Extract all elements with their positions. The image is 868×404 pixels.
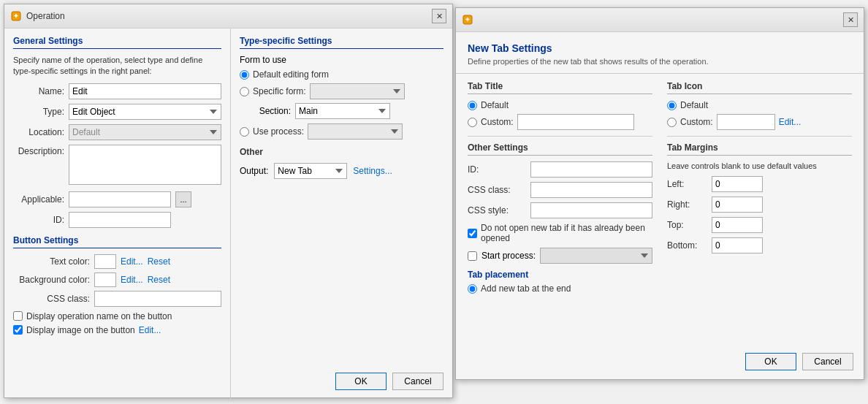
text-color-reset-button[interactable]: Reset — [148, 256, 170, 267]
do-not-open-checkbox[interactable] — [468, 229, 477, 238]
display-op-name-label: Display operation name on the button — [26, 311, 172, 321]
default-editing-form-radio[interactable] — [240, 70, 249, 80]
button-settings-title: Button Settings — [13, 235, 221, 248]
other-css-class-label: CSS class: — [468, 185, 526, 195]
tab-placement-title: Tab placement — [468, 270, 652, 280]
operation-ok-button[interactable]: OK — [335, 373, 387, 390]
settings-link-button[interactable]: Settings... — [353, 166, 392, 176]
add-new-tab-label: Add new tab at the end — [481, 283, 571, 294]
icon-custom-input[interactable] — [717, 114, 775, 130]
form-to-use-label: Form to use — [240, 55, 443, 65]
section-select[interactable]: Main — [295, 103, 390, 119]
output-label: Output: — [240, 166, 268, 176]
other-settings-section: Other Settings — [468, 142, 652, 156]
operation-titlebar: ✦ Operation ✕ — [4, 4, 452, 28]
start-process-checkbox[interactable] — [468, 251, 477, 261]
left-margin-input[interactable] — [712, 176, 763, 192]
use-process-radio[interactable] — [240, 127, 249, 137]
display-op-name-row: Display operation name on the button — [13, 311, 221, 321]
use-process-select[interactable] — [308, 123, 403, 140]
id-row: ID: — [13, 212, 221, 228]
icon-edit-button[interactable]: Edit... — [779, 117, 802, 127]
new-tab-titlebar: ✦ ✕ — [456, 8, 864, 32]
description-textarea[interactable] — [69, 145, 221, 185]
specific-form-select[interactable] — [310, 83, 405, 99]
bottom-margin-row: Bottom: — [667, 237, 852, 254]
display-op-name-checkbox[interactable] — [13, 311, 23, 321]
display-image-row: Display image on the button Edit... — [13, 325, 221, 335]
display-image-checkbox[interactable] — [13, 325, 23, 335]
tab-title-default-radio[interactable] — [468, 101, 477, 110]
tab-title-custom-row: Custom: — [468, 114, 652, 130]
close-button[interactable]: ✕ — [432, 9, 446, 23]
operation-title: Operation — [26, 11, 65, 21]
text-color-edit-button[interactable]: Edit... — [121, 256, 143, 267]
css-class-label: CSS class: — [13, 294, 90, 304]
use-process-label: Use process: — [253, 126, 304, 137]
do-not-open-row: Do not open new tab if it has already be… — [468, 223, 652, 243]
top-margin-input[interactable] — [712, 217, 763, 233]
new-tab-desc: Define properties of the new tab that sh… — [468, 57, 852, 66]
name-row: Name: — [13, 83, 221, 99]
type-row: Type: Edit Object — [13, 104, 221, 120]
description-label: Description: — [13, 145, 64, 187]
start-process-select[interactable] — [540, 248, 652, 264]
output-row: Output: New Tab Settings... — [240, 163, 443, 179]
new-tab-cancel-button[interactable]: Cancel — [802, 353, 853, 370]
icon-custom-label: Custom: — [680, 117, 713, 127]
icon-default-row: Default — [667, 100, 852, 110]
display-image-label: Display image on the button — [26, 325, 135, 335]
css-class-input[interactable] — [94, 291, 221, 307]
do-not-open-label: Do not open new tab if it has already be… — [481, 223, 652, 243]
tab-title-default-label: Default — [481, 100, 509, 110]
type-select[interactable]: Edit Object — [69, 104, 221, 120]
right-margin-input[interactable] — [712, 197, 763, 213]
location-row: Location: Default — [13, 124, 221, 140]
icon-default-radio[interactable] — [667, 101, 677, 110]
bg-color-edit-button[interactable]: Edit... — [121, 275, 143, 285]
id-label: ID: — [13, 215, 64, 225]
applicable-input[interactable] — [69, 191, 171, 207]
top-margin-label: Top: — [667, 220, 707, 230]
location-label: Location: — [13, 127, 64, 137]
description-container: Description: — [13, 145, 221, 187]
tab-title-default-row: Default — [468, 100, 652, 110]
bottom-margin-input[interactable] — [712, 237, 763, 254]
section-row: Section: Main — [240, 103, 443, 119]
applicable-dots-button[interactable]: ... — [175, 191, 191, 207]
other-id-input[interactable] — [530, 161, 652, 178]
start-process-row: Start process: — [468, 248, 652, 264]
bg-color-box — [94, 272, 116, 287]
bg-color-row: Background color: Edit... Reset — [13, 272, 221, 287]
specific-form-radio[interactable] — [240, 87, 249, 96]
location-select[interactable]: Default — [69, 124, 221, 140]
type-specific-title: Type-specific Settings — [240, 36, 443, 49]
other-css-class-input[interactable] — [530, 182, 652, 198]
id-input[interactable] — [69, 212, 171, 228]
tab-title-custom-radio[interactable] — [468, 118, 477, 127]
new-tab-ok-button[interactable]: OK — [745, 353, 796, 370]
name-input[interactable] — [69, 83, 221, 99]
tab-title-custom-input[interactable] — [517, 114, 634, 130]
left-column: Tab Title Default Custom: Other Settings… — [468, 81, 652, 297]
left-margin-label: Left: — [667, 179, 707, 189]
new-tab-close-button[interactable]: ✕ — [843, 12, 858, 27]
new-tab-title: New Tab Settings — [468, 42, 852, 54]
hint-text: Leave controls blank to use default valu… — [667, 161, 852, 170]
other-css-class-row: CSS class: — [468, 182, 652, 198]
add-new-tab-radio[interactable] — [468, 284, 477, 294]
bg-color-label: Background color: — [13, 275, 90, 285]
display-image-edit-button[interactable]: Edit... — [139, 325, 161, 335]
output-select[interactable]: New Tab — [274, 163, 347, 179]
newtab-app-icon: ✦ — [462, 14, 473, 26]
icon-custom-radio[interactable] — [667, 118, 677, 127]
bottom-margin-label: Bottom: — [667, 240, 707, 251]
icon-default-label: Default — [680, 100, 708, 110]
tab-margins-section: Tab Margins — [667, 142, 852, 156]
svg-text:✦: ✦ — [465, 16, 471, 23]
operation-cancel-button[interactable]: Cancel — [392, 373, 443, 390]
other-css-style-input[interactable] — [530, 202, 652, 218]
bg-color-reset-button[interactable]: Reset — [148, 275, 170, 285]
new-tab-body: Tab Title Default Custom: Other Settings… — [456, 74, 864, 305]
op-left-panel: General Settings Specify name of the ope… — [4, 28, 231, 400]
